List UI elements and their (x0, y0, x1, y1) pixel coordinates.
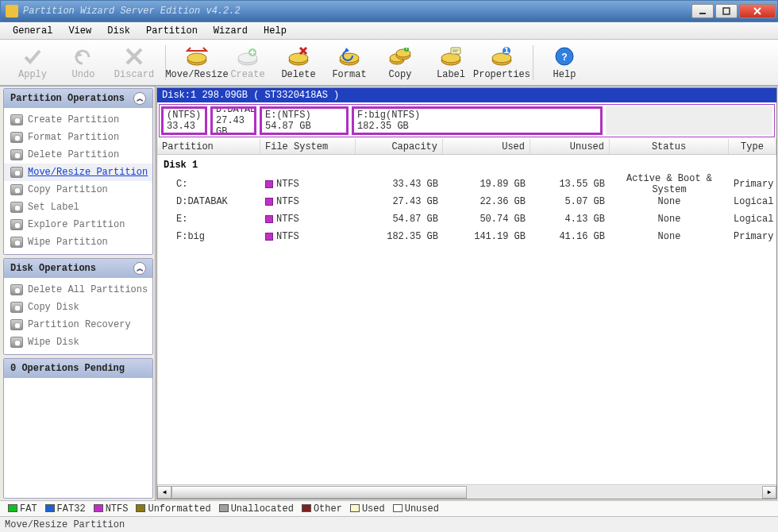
op-label: Format Partition (28, 132, 119, 143)
delete-button[interactable]: Delete (274, 42, 323, 83)
moveresize-icon (186, 45, 208, 67)
disk-op-item[interactable]: Wipe Disk (4, 333, 152, 351)
menu-view[interactable]: View (62, 24, 98, 38)
legend-swatch-icon (302, 504, 311, 512)
cell-capacity: 54.87 GB (356, 214, 443, 225)
collapse-icon[interactable]: ︽ (133, 262, 146, 275)
scroll-track[interactable] (171, 486, 762, 499)
partition-op-item[interactable]: Move/Resize Partition (4, 164, 152, 181)
disk-op-item[interactable]: Copy Disk (4, 299, 152, 316)
partition-op-item[interactable]: Format Partition (4, 129, 152, 146)
maximize-button[interactable] (715, 4, 738, 18)
column-header[interactable]: Capacity (356, 139, 443, 154)
partition-op-item[interactable]: Delete Partition (4, 146, 152, 164)
column-header[interactable]: Unused (530, 139, 610, 154)
format-button[interactable]: Format (325, 42, 374, 83)
disk-icon (10, 167, 23, 178)
help-button[interactable]: ?Help (540, 42, 589, 83)
help-icon: ? (553, 45, 576, 67)
column-header[interactable]: Status (610, 139, 729, 154)
disk-op-item[interactable]: Delete All Partitions (4, 281, 152, 299)
cell-capacity: 33.43 GB (356, 179, 443, 190)
partition-op-item[interactable]: Copy Partition (4, 181, 152, 199)
partition-block-size: 54.87 GB (265, 121, 343, 132)
column-header[interactable]: Partition (157, 139, 260, 154)
scroll-left-button[interactable]: ◂ (157, 486, 171, 499)
partition-block-size: 33.43 GB (167, 121, 202, 135)
partition-block[interactable]: C:(NTFS)33.43 GB (161, 106, 207, 135)
op-label: Set Label (28, 202, 79, 213)
menu-wizard[interactable]: Wizard (207, 24, 254, 38)
disk-ops-list: Delete All PartitionsCopy DiskPartition … (4, 278, 152, 354)
copy-button[interactable]: +Copy (376, 42, 425, 83)
disk-map: C:(NTFS)33.43 GBD:DATABAK27.43 GBE:(NTFS… (159, 104, 775, 137)
minimize-button[interactable] (691, 4, 714, 18)
column-header[interactable]: File System (260, 139, 356, 154)
column-header[interactable]: Used (443, 139, 530, 154)
partition-row[interactable]: F:bigNTFS182.35 GB141.19 GB41.16 GBNoneP… (157, 228, 776, 245)
partition-op-item[interactable]: Explore Partition (4, 216, 152, 233)
op-label: Explore Partition (28, 219, 125, 230)
menu-help[interactable]: Help (257, 24, 293, 38)
right-pane: Disk:1 298.09GB ( ST3320418AS ) C:(NTFS)… (156, 87, 777, 499)
partition-row[interactable]: D:DATABAKNTFS27.43 GB22.36 GB5.07 GBNone… (157, 193, 776, 210)
title-bar: Partition Wizard Server Edition v4.2.2 (0, 0, 778, 22)
moveresize-button[interactable]: Move/Resize (172, 42, 221, 83)
close-button[interactable] (739, 4, 776, 18)
disk-operations-header: Disk Operations ︽ (4, 259, 152, 278)
partition-block-name: C:(NTFS) (167, 106, 202, 121)
partition-block[interactable]: E:(NTFS)54.87 GB (260, 106, 349, 135)
properties-label: Properties (473, 69, 530, 80)
partition-block[interactable]: D:DATABAK27.43 GB (210, 106, 256, 135)
create-button: Create (223, 42, 272, 83)
ntfs-swatch-icon (265, 198, 273, 206)
menu-disk[interactable]: Disk (101, 24, 137, 38)
cell-capacity: 182.35 GB (356, 231, 443, 242)
partition-op-item[interactable]: Create Partition (4, 111, 152, 129)
partition-row[interactable]: E:NTFS54.87 GB50.74 GB4.13 GBNoneLogical (157, 210, 776, 228)
cell-partition: F:big (157, 231, 260, 242)
cell-status: None (610, 196, 729, 207)
column-header[interactable]: Type (729, 139, 776, 154)
legend-swatch-icon (393, 504, 402, 512)
legend-item: FAT (8, 503, 37, 515)
apply-icon (21, 45, 44, 67)
legend-swatch-icon (219, 504, 229, 512)
partition-op-item[interactable]: Set Label (4, 199, 152, 216)
partition-block-size: 27.43 GB (216, 115, 251, 135)
disk-info-bar: Disk:1 298.09GB ( ST3320418AS ) (157, 88, 776, 102)
cell-partition: D:DATABAK (157, 196, 260, 207)
cell-type: Primary (729, 231, 776, 242)
scroll-thumb[interactable] (171, 486, 467, 499)
create-icon (237, 45, 259, 67)
copy-label: Copy (389, 69, 412, 80)
format-label: Format (332, 69, 366, 80)
svg-rect-28 (451, 48, 460, 54)
label-label: Label (437, 69, 465, 80)
ntfs-swatch-icon (265, 180, 273, 188)
help-label: Help (553, 69, 576, 80)
partition-ops-list: Create PartitionFormat PartitionDelete P… (4, 108, 152, 254)
unallocated-block[interactable] (606, 106, 772, 135)
disk-op-item[interactable]: Partition Recovery (4, 316, 152, 333)
svg-point-7 (187, 53, 206, 63)
properties-button[interactable]: iProperties (477, 42, 526, 83)
partition-block[interactable]: F:big(NTFS)182.35 GB (352, 106, 603, 135)
create-label: Create (230, 69, 264, 80)
legend-label: FAT32 (57, 503, 86, 515)
window-title: Partition Wizard Server Edition v4.2.2 (23, 6, 691, 17)
horizontal-scrollbar[interactable]: ◂ ▸ (157, 484, 776, 499)
label-button[interactable]: Label (426, 42, 476, 83)
partition-op-item[interactable]: Wipe Partition (4, 233, 152, 251)
disk-icon (10, 302, 23, 313)
partition-row[interactable]: C:NTFS33.43 GB19.89 GB13.55 GBActive & B… (157, 175, 776, 193)
op-label: Copy Partition (28, 184, 108, 195)
delete-label: Delete (281, 69, 315, 80)
menu-general[interactable]: General (6, 24, 59, 38)
menu-partition[interactable]: Partition (140, 24, 204, 38)
collapse-icon[interactable]: ︽ (133, 92, 146, 105)
cell-filesystem: NTFS (260, 196, 356, 207)
scroll-right-button[interactable]: ▸ (762, 486, 776, 499)
label-icon (440, 45, 462, 67)
svg-text:i: i (503, 46, 509, 56)
